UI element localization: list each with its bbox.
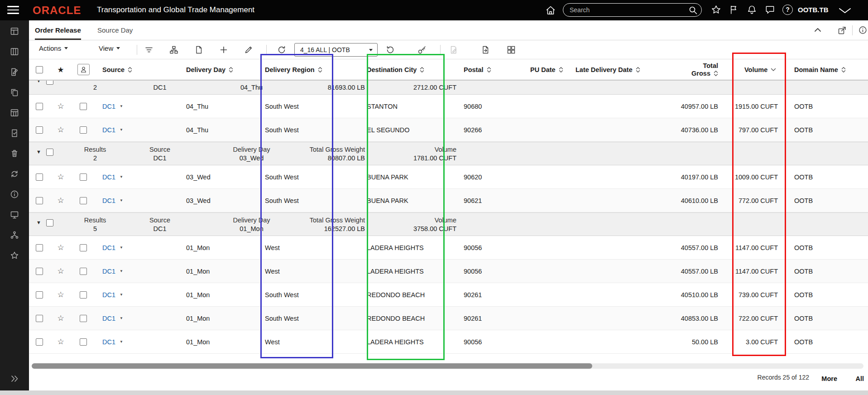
user-assign-column-header[interactable] — [72, 64, 95, 75]
refresh-icon[interactable] — [385, 45, 395, 55]
view-menu-button[interactable]: View — [99, 44, 120, 52]
export-icon[interactable] — [480, 45, 490, 55]
row-select-checkbox[interactable] — [72, 126, 95, 134]
filter-icon[interactable] — [144, 45, 154, 55]
saved-search-select[interactable]: 4_16 ALL | OOTB — [294, 43, 378, 57]
column-header-volume[interactable]: Volume — [724, 66, 784, 73]
table-grid-icon[interactable] — [9, 107, 20, 118]
row-checkbox[interactable] — [29, 173, 50, 181]
column-header-postal[interactable]: Postal — [457, 66, 525, 73]
help-icon[interactable]: ? — [782, 5, 793, 15]
group-checkbox[interactable] — [46, 219, 53, 226]
flag-icon[interactable] — [729, 5, 739, 15]
user-menu[interactable]: OOTB.TB — [798, 6, 829, 14]
row-select-checkbox[interactable] — [72, 315, 95, 322]
hamburger-menu-icon[interactable] — [7, 6, 19, 14]
expand-sidebar-icon[interactable] — [9, 373, 20, 384]
key-icon[interactable] — [417, 45, 427, 55]
row-checkbox[interactable] — [29, 315, 50, 322]
group-checkbox[interactable] — [46, 80, 53, 85]
workbench-icon[interactable] — [9, 26, 20, 37]
collapse-group-icon[interactable]: ▼ — [36, 149, 41, 154]
more-button[interactable]: More — [821, 375, 837, 382]
favorite-star-icon[interactable]: ☆ — [50, 196, 72, 205]
row-select-checkbox[interactable] — [72, 338, 95, 346]
scrollbar-thumb[interactable] — [32, 363, 592, 369]
source-link[interactable]: DC1 — [102, 338, 115, 346]
home-icon[interactable] — [545, 5, 556, 16]
person-icon[interactable] — [77, 64, 90, 75]
row-checkbox[interactable] — [29, 126, 50, 134]
row-checkbox[interactable] — [29, 197, 50, 204]
row-select-checkbox[interactable] — [72, 173, 95, 181]
column-header-delivery-region[interactable]: Delivery Region — [260, 66, 362, 73]
table-columns-icon[interactable] — [9, 46, 20, 57]
grid-layout-icon[interactable] — [506, 45, 516, 55]
new-document-icon[interactable] — [194, 45, 204, 55]
monitor-icon[interactable] — [9, 209, 20, 220]
favorite-star-icon[interactable]: ☆ — [50, 172, 72, 182]
column-header-destination-city[interactable]: Destination City — [362, 66, 457, 73]
global-search[interactable] — [563, 3, 702, 17]
document-check-icon[interactable] — [9, 128, 20, 139]
cell-menu-arrow-icon[interactable]: ▼ — [120, 128, 123, 132]
notifications-bell-icon[interactable] — [747, 5, 757, 15]
favorite-star-icon[interactable]: ☆ — [50, 125, 72, 135]
column-header-domain-name[interactable]: Domain Name — [784, 66, 868, 73]
run-search-icon[interactable] — [277, 45, 287, 55]
page-info-icon[interactable] — [858, 26, 867, 34]
cell-menu-arrow-icon[interactable]: ▼ — [120, 198, 123, 202]
tab-order-release[interactable]: Order Release — [35, 20, 81, 40]
group-checkbox[interactable] — [46, 149, 53, 156]
select-all-checkbox[interactable] — [29, 66, 50, 73]
favorite-star-icon[interactable]: ☆ — [50, 266, 72, 276]
sync-icon[interactable] — [9, 169, 20, 179]
favorite-star-icon[interactable]: ☆ — [50, 290, 72, 299]
cell-menu-arrow-icon[interactable]: ▼ — [120, 175, 123, 179]
source-link[interactable]: DC1 — [102, 268, 115, 275]
source-link[interactable]: DC1 — [102, 244, 115, 251]
actions-menu-button[interactable]: Actions — [39, 44, 68, 52]
search-input[interactable] — [570, 5, 683, 15]
cell-menu-arrow-icon[interactable]: ▼ — [120, 104, 123, 108]
row-checkbox[interactable] — [29, 244, 50, 251]
collapse-panel-icon[interactable] — [814, 27, 821, 33]
network-icon[interactable] — [9, 230, 20, 241]
row-select-checkbox[interactable] — [72, 244, 95, 251]
source-link[interactable]: DC1 — [102, 197, 115, 204]
favorite-star-icon[interactable]: ☆ — [50, 101, 72, 111]
search-icon[interactable] — [689, 6, 697, 14]
source-link[interactable]: DC1 — [102, 126, 115, 134]
source-link[interactable]: DC1 — [102, 173, 115, 181]
chat-icon[interactable] — [765, 5, 775, 15]
favorites-star-icon[interactable] — [711, 5, 721, 15]
row-checkbox[interactable] — [29, 103, 50, 110]
favorite-star-icon[interactable]: ☆ — [50, 313, 72, 323]
collapse-group-icon[interactable]: ▼ — [36, 220, 41, 225]
row-checkbox[interactable] — [29, 268, 50, 275]
source-link[interactable]: DC1 — [102, 103, 115, 110]
row-select-checkbox[interactable] — [72, 268, 95, 275]
edit-pencil-icon[interactable] — [244, 45, 254, 55]
horizontal-scrollbar[interactable] — [29, 363, 868, 369]
column-header-delivery-day[interactable]: Delivery Day — [179, 66, 260, 73]
hierarchy-icon[interactable] — [169, 45, 179, 55]
favorite-star-icon[interactable]: ☆ — [50, 337, 72, 347]
favorite-star-icon[interactable]: ☆ — [50, 243, 72, 252]
column-header-late-delivery-date[interactable]: Late Delivery Date — [566, 66, 675, 73]
row-select-checkbox[interactable] — [72, 197, 95, 204]
favorites-sidebar-icon[interactable] — [9, 250, 20, 261]
info-icon[interactable] — [9, 189, 20, 200]
add-icon[interactable] — [219, 45, 229, 55]
column-header-pu-date[interactable]: PU Date — [525, 66, 566, 73]
row-select-checkbox[interactable] — [72, 103, 95, 110]
row-checkbox[interactable] — [29, 338, 50, 346]
row-checkbox[interactable] — [29, 291, 50, 299]
source-link[interactable]: DC1 — [102, 291, 115, 299]
column-header-source[interactable]: Source — [95, 66, 179, 73]
open-in-new-window-icon[interactable] — [838, 26, 847, 35]
row-select-checkbox[interactable] — [72, 291, 95, 299]
cell-menu-arrow-icon[interactable]: ▼ — [120, 340, 123, 344]
tab-source-day[interactable]: Source Day — [97, 20, 133, 40]
favorites-column-header-icon[interactable]: ★ — [50, 66, 72, 73]
